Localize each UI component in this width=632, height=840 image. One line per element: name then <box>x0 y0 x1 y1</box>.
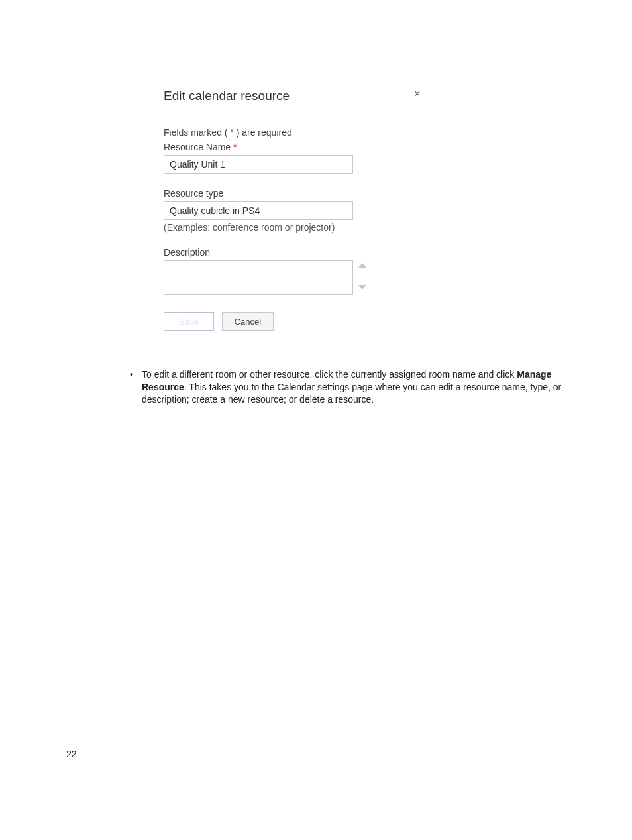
resource-type-label: Resource type <box>164 188 425 199</box>
help-text-before: To edit a different room or other resour… <box>142 369 517 380</box>
label-text: Resource Name <box>164 142 231 152</box>
dialog-title: Edit calendar resource <box>164 89 425 103</box>
required-star-icon: * <box>233 142 237 152</box>
chevron-down-icon[interactable] <box>358 285 366 289</box>
help-text-after: . This takes you to the Calendar setting… <box>142 382 561 405</box>
bullet-icon: • <box>130 368 142 406</box>
help-paragraph: • To edit a different room or other reso… <box>130 368 580 406</box>
chevron-up-icon[interactable] <box>358 263 366 268</box>
description-group: Description <box>164 247 425 297</box>
dialog-buttons: Save Cancel <box>164 312 425 331</box>
resource-type-input[interactable] <box>164 201 353 220</box>
page-number: 22 <box>66 749 77 759</box>
description-label: Description <box>164 247 425 258</box>
save-button[interactable]: Save <box>164 312 214 331</box>
required-fields-note: Fields marked ( * ) are required <box>164 127 425 138</box>
resource-name-group: Resource Name * <box>164 142 425 174</box>
help-text-body: To edit a different room or other resour… <box>142 368 580 406</box>
textarea-spinner <box>358 260 366 289</box>
resource-type-group: Resource type (Examples: conference room… <box>164 188 425 233</box>
cancel-button[interactable]: Cancel <box>222 312 274 331</box>
edit-resource-dialog: Edit calendar resource Fields marked ( *… <box>164 89 425 331</box>
resource-name-label: Resource Name * <box>164 142 425 152</box>
resource-type-hint: (Examples: conference room or projector) <box>164 222 425 233</box>
description-textarea[interactable] <box>164 260 353 295</box>
resource-name-input[interactable] <box>164 155 353 174</box>
